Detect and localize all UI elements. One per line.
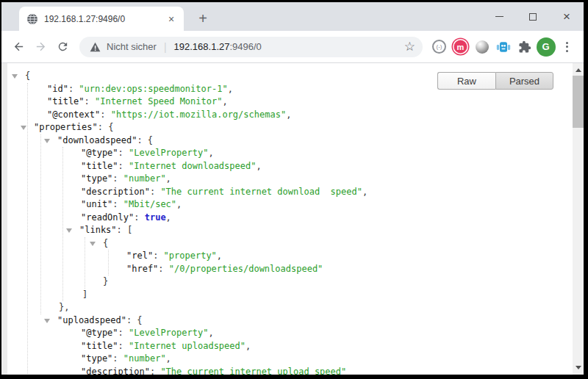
reload-button[interactable]: [51, 36, 74, 58]
json-key: "description": [81, 187, 150, 197]
parens-circle-icon: (-): [432, 40, 446, 54]
left-gutter: [1, 63, 7, 375]
json-punctuation: {: [103, 238, 108, 248]
json-punctuation: ,: [208, 148, 213, 158]
json-line: "href": "/0/properties/downloadspeed": [7, 263, 573, 276]
sphere-icon: [476, 40, 489, 54]
bookmark-star-icon[interactable]: ☆: [404, 40, 415, 53]
tab-strip: 192.168.1.27:9496/0 × + ×: [1, 2, 584, 31]
json-punctuation: :: [118, 161, 129, 171]
json-key: "links": [79, 225, 117, 235]
minimize-icon: [495, 16, 503, 18]
json-punctuation: ,: [166, 173, 171, 184]
security-label: Nicht sicher: [107, 41, 157, 52]
json-line: "title": "Internet downloadspeed",: [7, 160, 573, 173]
json-line: {: [7, 237, 573, 250]
avatar: G: [537, 37, 556, 57]
json-punctuation: :: [112, 199, 123, 209]
chrome-menu-button[interactable]: [556, 36, 578, 58]
json-line: "@type": "LevelProperty",: [7, 147, 573, 160]
extensions-menu-button[interactable]: [514, 36, 535, 58]
back-button[interactable]: [7, 36, 29, 58]
json-line: "uploadspeed": {: [7, 314, 573, 328]
json-key: "unit": [81, 199, 112, 209]
json-line: "@context": "https://iot.mozilla.org/sch…: [7, 109, 573, 122]
new-tab-button[interactable]: +: [193, 8, 213, 29]
json-punctuation: :: [150, 187, 160, 197]
expand-collapse-triangle[interactable]: [66, 228, 72, 233]
scroll-down-icon[interactable]: [576, 366, 581, 369]
json-string: "https://iot.mozilla.org/schemas": [111, 109, 286, 120]
json-punctuation: },: [59, 302, 69, 312]
scroll-up-icon[interactable]: [576, 68, 581, 72]
json-punctuation: :: [112, 353, 123, 364]
expand-collapse-triangle[interactable]: [90, 242, 96, 246]
json-line: "@type": "LevelProperty",: [7, 327, 573, 340]
close-window-button[interactable]: ×: [550, 2, 584, 31]
kebab-menu-icon: [566, 42, 568, 52]
extension-sphere-button[interactable]: [471, 36, 492, 58]
json-key: "title": [47, 96, 85, 107]
json-punctuation: : [: [117, 225, 133, 235]
screenshot-frame: 192.168.1.27:9496/0 × + ×: [0, 0, 588, 379]
json-punctuation: :: [112, 173, 123, 184]
omnibox[interactable]: Nicht sicher | 192.168.1.27 :9496/0 ☆: [79, 37, 423, 57]
globe-favicon-icon: [26, 13, 38, 25]
json-punctuation: :: [85, 96, 95, 107]
extension-robot-button[interactable]: [492, 36, 514, 58]
blue-robot-icon: [496, 40, 511, 54]
scrollbar-thumb[interactable]: [573, 76, 584, 128]
forward-button[interactable]: [29, 36, 51, 58]
page-content: {"id": "urn:dev:ops:speedmonitor-1","tit…: [1, 63, 584, 375]
minimize-button[interactable]: [482, 2, 516, 31]
raw-button[interactable]: Raw: [437, 72, 495, 90]
expand-collapse-triangle[interactable]: [12, 74, 18, 79]
json-punctuation: ,: [166, 212, 171, 223]
json-line: "unit": "Mbit/sec",: [7, 198, 573, 212]
address-toolbar: Nicht sicher | 192.168.1.27 :9496/0 ☆ (-…: [1, 31, 584, 63]
json-key: "type": [81, 353, 112, 364]
parsed-button[interactable]: Parsed: [495, 72, 553, 90]
json-key: "readOnly": [81, 212, 134, 223]
json-line: "properties": {: [7, 121, 573, 134]
json-key: "properties": [34, 122, 98, 132]
puzzle-piece-icon: [518, 40, 531, 54]
json-line: "title": "Internet Speed Monitor",: [7, 95, 573, 109]
json-punctuation: ,: [208, 328, 213, 338]
profile-avatar-button[interactable]: G: [535, 36, 556, 58]
extension-pink-m-button[interactable]: m: [450, 36, 471, 58]
json-string: "LevelProperty": [129, 148, 208, 158]
tab-close-icon[interactable]: ×: [165, 13, 178, 25]
json-string: "number": [123, 173, 166, 184]
json-string: "property": [164, 250, 217, 261]
json-punctuation: ,: [176, 199, 182, 209]
json-string: "Internet uploadspeed": [129, 341, 245, 351]
json-string: "The current internet upload speed": [160, 367, 346, 375]
browser-tab[interactable]: 192.168.1.27:9496/0 ×: [19, 7, 184, 31]
json-punctuation: ,: [166, 353, 171, 364]
json-punctuation: : {: [137, 135, 153, 145]
json-punctuation: ,: [222, 96, 227, 107]
json-punctuation: :: [100, 109, 110, 120]
json-string: "Internet downloadspeed": [129, 161, 256, 171]
json-string: "LevelProperty": [129, 328, 208, 338]
extension-parens-button[interactable]: (-): [429, 36, 450, 58]
expand-collapse-triangle[interactable]: [21, 126, 26, 130]
json-string: "The current internet download speed": [160, 187, 362, 197]
vertical-scrollbar[interactable]: [573, 63, 584, 375]
json-tree: {"id": "urn:dev:ops:speedmonitor-1","tit…: [7, 63, 573, 375]
json-punctuation: }: [103, 276, 108, 286]
url-separator: |: [164, 41, 167, 53]
json-line: "rel": "property",: [7, 250, 573, 263]
tab-title: 192.168.1.27:9496/0: [44, 14, 165, 24]
json-string: "Internet Speed Monitor": [95, 96, 222, 107]
maximize-button[interactable]: [516, 2, 550, 31]
expand-collapse-triangle[interactable]: [44, 319, 50, 323]
json-punctuation: :: [153, 250, 163, 261]
json-key: "@type": [81, 148, 118, 158]
json-line: "type": "number",: [7, 173, 573, 186]
json-string: "Mbit/sec": [123, 199, 176, 209]
raw-parsed-toggle: Raw Parsed: [437, 72, 553, 90]
window-controls: ×: [482, 2, 584, 31]
expand-collapse-triangle[interactable]: [44, 139, 50, 143]
